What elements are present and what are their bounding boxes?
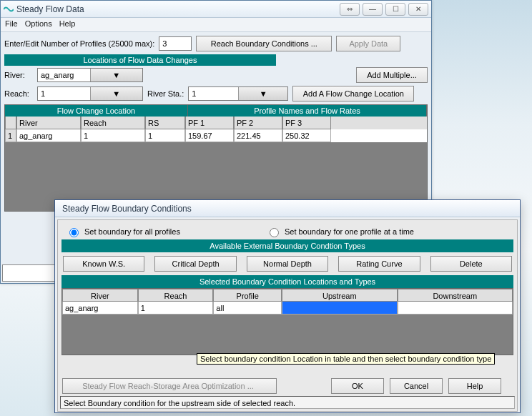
profiles-input[interactable] [159,36,192,51]
bc-cell-downstream[interactable] [398,302,513,315]
river-combo[interactable]: ag_anarg ▼ [37,68,143,82]
rating-curve-button[interactable]: Rating Curve [338,256,420,272]
bc-col-river: River [62,289,138,302]
grid-right-header: Profile Names and Flow Rates [188,105,427,117]
radio-all-label: Set boundary for all profiles [84,227,180,236]
cell-pf3[interactable]: 250.32 [282,129,331,142]
radio-group: Set boundary for all profiles Set bounda… [61,224,513,239]
help-button[interactable]: Help [448,378,501,394]
window-controls: ⇔ — ☐ ✕ [340,3,428,16]
bc-col-reach: Reach [138,289,214,302]
dialog-titlebar[interactable]: Steady Flow Boundary Conditions [55,200,520,217]
dialog-title: Steady Flow Boundary Conditions [58,204,517,214]
bc-col-profile: Profile [213,289,282,302]
titlebar[interactable]: Steady Flow Data ⇔ — ☐ ✕ [1,1,431,18]
bc-col-downstream: Downstream [398,289,513,302]
cell-pf1[interactable]: 159.67 [185,129,234,142]
river-sta-label: River Sta.: [147,89,184,98]
grid-left-header: Flow Change Location [5,105,188,117]
river-sta-combo[interactable]: 1 ▼ [188,86,288,101]
minimize-button[interactable]: — [363,3,383,16]
flow-grid[interactable]: Flow Change Location Profile Names and F… [4,104,428,212]
bc-cell-upstream[interactable] [282,302,397,315]
bc-type-buttons: Known W.S. Critical Depth Normal Depth R… [61,252,513,275]
chevron-down-icon: ▼ [90,69,143,81]
boundary-dialog: Steady Flow Boundary Conditions Set boun… [54,199,521,413]
cell-pf2[interactable]: 221.45 [234,129,282,142]
reach-combo-value: 1 [38,89,90,98]
chevron-down-icon: ▼ [90,87,143,100]
menubar: File Options Help [1,18,431,32]
status-bar: Select Boundary condition for the upstre… [60,396,515,409]
locations-header: Locations of Flow Data Changes [4,54,276,66]
apply-data-button[interactable]: Apply Data [336,36,400,51]
radio-one-label: Set boundary for one profile at a time [285,227,414,236]
col-pf3: PF 3 [282,117,331,129]
radio-all-profiles[interactable]: Set boundary for all profiles [66,226,180,237]
close-button[interactable]: ✕ [408,3,428,16]
maximize-button[interactable]: ☐ [385,3,405,16]
bc-cell-river[interactable]: ag_anarg [62,302,138,315]
nav-back-button[interactable]: ⇔ [340,3,360,16]
radio-one-profile[interactable]: Set boundary for one profile at a time [266,226,414,237]
app-icon [4,4,14,14]
cell-reach[interactable]: 1 [81,129,145,142]
window-title: Steady Flow Data [16,4,340,14]
reach-combo[interactable]: 1 ▼ [37,86,143,101]
menu-file[interactable]: File [5,19,18,30]
bc-cell-profile[interactable]: all [213,302,282,315]
delete-button[interactable]: Delete [430,256,512,272]
col-reach: Reach [81,117,145,129]
bc-grid[interactable]: River Reach Profile Upstream Downstream … [61,288,513,355]
river-sta-value: 1 [189,89,238,98]
known-ws-button[interactable]: Known W.S. [63,256,144,272]
available-bc-header: Available External Boundary Condtion Typ… [61,239,513,252]
tooltip: Select boundary condition Location in ta… [197,353,495,365]
table-row[interactable]: 1 ag_anarg 1 1 159.67 221.45 250.32 [5,129,427,142]
col-pf1: PF 1 [185,117,234,129]
cell-num: 1 [5,129,16,142]
profiles-label: Enter/Edit Number of Profiles (25000 max… [4,39,154,48]
bc-col-upstream: Upstream [282,289,397,302]
chevron-down-icon: ▼ [238,87,288,100]
menu-help[interactable]: Help [59,19,76,30]
col-num [5,117,16,129]
reach-label: Reach: [4,89,33,98]
menu-options[interactable]: Options [25,19,52,30]
critical-depth-button[interactable]: Critical Depth [154,256,236,272]
optimization-button[interactable]: Steady Flow Reach-Storage Area Optimizat… [62,378,277,394]
reach-bc-button[interactable]: Reach Boundary Conditions ... [196,36,332,51]
bc-row[interactable]: ag_anarg 1 all [62,302,513,315]
selected-bc-header: Selected Boundary Condition Locations an… [61,275,513,288]
river-label: River: [4,71,33,79]
add-multiple-button[interactable]: Add Multiple... [356,67,428,83]
cancel-button[interactable]: Cancel [390,378,443,394]
cell-river[interactable]: ag_anarg [16,129,81,142]
col-pf2: PF 2 [234,117,282,129]
radio-one-input[interactable] [270,228,279,237]
ok-button[interactable]: OK [331,378,384,394]
col-rs: RS [145,117,185,129]
radio-all-input[interactable] [69,228,79,237]
bc-cell-reach[interactable]: 1 [138,302,214,315]
normal-depth-button[interactable]: Normal Depth [247,256,328,272]
cell-rs[interactable]: 1 [145,129,185,142]
add-flow-change-button[interactable]: Add A Flow Change Location [292,86,414,101]
river-combo-value: ag_anarg [38,71,90,79]
col-river: River [16,117,81,129]
